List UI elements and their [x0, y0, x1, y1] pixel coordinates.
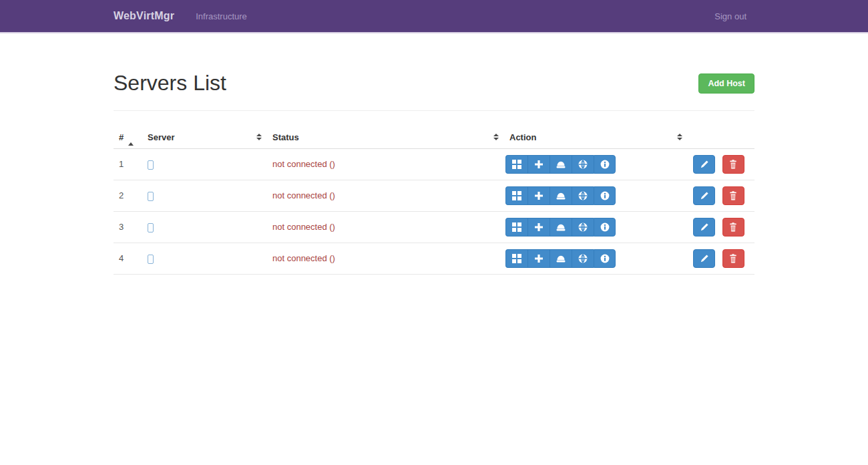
column-header-label: Status — [272, 132, 299, 142]
edit-host-button[interactable] — [693, 218, 715, 237]
page-header: Servers List Add Host — [114, 71, 754, 111]
info-icon — [600, 160, 610, 169]
host-info-button[interactable] — [594, 249, 616, 268]
overview-button[interactable] — [505, 218, 527, 237]
plus-icon — [534, 254, 544, 263]
pencil-icon — [700, 222, 709, 232]
status-text: not connected () — [272, 190, 335, 200]
server-link[interactable] — [148, 253, 154, 264]
new-instance-button[interactable] — [527, 186, 550, 205]
edit-host-button[interactable] — [693, 186, 715, 205]
hdd-icon — [556, 222, 566, 232]
globe-icon — [578, 160, 588, 169]
info-icon — [600, 254, 610, 263]
column-header-label: Server — [148, 132, 174, 142]
row-number: 4 — [114, 243, 142, 274]
brand-link[interactable]: WebVirtMgr — [114, 10, 174, 22]
delete-host-button[interactable] — [722, 249, 744, 268]
pencil-icon — [700, 191, 709, 200]
storage-button[interactable] — [550, 155, 572, 174]
server-link[interactable] — [148, 159, 154, 170]
host-info-button[interactable] — [594, 155, 616, 174]
row-number: 2 — [114, 180, 142, 211]
column-header-number[interactable]: # — [114, 126, 142, 149]
table-row: 1 not connected () — [114, 148, 754, 180]
plus-icon — [534, 160, 544, 169]
plus-icon — [534, 191, 544, 200]
overview-button[interactable] — [505, 155, 527, 174]
delete-host-button[interactable] — [722, 155, 744, 174]
plus-icon — [534, 222, 544, 232]
sign-out-link[interactable]: Sign out — [714, 11, 754, 21]
sort-icon — [256, 134, 262, 140]
delete-host-button[interactable] — [722, 218, 744, 237]
column-header-label: Action — [509, 132, 536, 142]
table-row: 3 not connected () — [114, 211, 754, 243]
missing-glyph-box — [148, 223, 154, 232]
column-header-status[interactable]: Status — [267, 126, 504, 149]
new-instance-button[interactable] — [527, 155, 550, 174]
pencil-icon — [700, 160, 709, 169]
host-action-button-group — [505, 186, 616, 205]
storage-button[interactable] — [550, 186, 572, 205]
host-action-button-group — [505, 218, 616, 237]
overview-button[interactable] — [505, 186, 527, 205]
missing-glyph-box — [148, 192, 154, 201]
column-header-extra — [688, 126, 754, 149]
navbar: WebVirtMgr Infrastructure Sign out — [0, 0, 868, 33]
missing-glyph-box — [148, 255, 154, 264]
globe-icon — [578, 222, 588, 232]
th-large-icon — [512, 254, 521, 263]
row-number: 1 — [114, 148, 142, 180]
page-title: Servers List — [114, 71, 226, 96]
table-row: 2 not connected () — [114, 180, 754, 211]
network-globe-button[interactable] — [572, 218, 594, 237]
status-text: not connected () — [272, 222, 335, 232]
hdd-icon — [556, 254, 566, 263]
host-info-button[interactable] — [594, 218, 616, 237]
th-large-icon — [512, 160, 521, 169]
trash-icon — [728, 254, 738, 263]
pencil-icon — [700, 254, 709, 263]
server-link[interactable] — [148, 222, 154, 232]
table-header-row: # Server Status — [114, 126, 754, 149]
info-icon — [600, 191, 610, 200]
network-globe-button[interactable] — [572, 249, 594, 268]
trash-icon — [728, 222, 738, 232]
sort-icon — [493, 134, 499, 140]
new-instance-button[interactable] — [527, 218, 550, 237]
host-action-button-group — [505, 249, 616, 268]
edit-host-button[interactable] — [693, 155, 715, 174]
th-large-icon — [512, 222, 521, 232]
info-icon — [600, 222, 610, 232]
column-header-action[interactable]: Action — [504, 126, 688, 149]
sort-icon — [677, 134, 682, 140]
servers-table: # Server Status — [114, 126, 754, 275]
network-globe-button[interactable] — [572, 186, 594, 205]
globe-icon — [578, 254, 588, 263]
host-info-button[interactable] — [594, 186, 616, 205]
overview-button[interactable] — [505, 249, 527, 268]
row-number: 3 — [114, 211, 142, 243]
column-header-server[interactable]: Server — [142, 126, 267, 149]
column-header-label: # — [119, 132, 124, 142]
th-large-icon — [512, 191, 521, 200]
sort-asc-icon — [128, 132, 134, 142]
network-globe-button[interactable] — [572, 155, 594, 174]
table-row: 4 not connected () — [114, 243, 754, 274]
trash-icon — [728, 191, 738, 200]
nav-item-infrastructure[interactable]: Infrastructure — [196, 11, 247, 21]
hdd-icon — [556, 160, 566, 169]
delete-host-button[interactable] — [722, 186, 744, 205]
missing-glyph-box — [148, 160, 154, 170]
new-instance-button[interactable] — [527, 249, 550, 268]
storage-button[interactable] — [550, 218, 572, 237]
globe-icon — [578, 191, 588, 200]
host-action-button-group — [505, 155, 616, 174]
add-host-button[interactable]: Add Host — [698, 73, 754, 94]
server-link[interactable] — [148, 190, 154, 201]
status-text: not connected () — [272, 159, 335, 169]
main-content: Servers List Add Host # Server — [114, 71, 754, 275]
storage-button[interactable] — [550, 249, 572, 268]
edit-host-button[interactable] — [693, 249, 715, 268]
